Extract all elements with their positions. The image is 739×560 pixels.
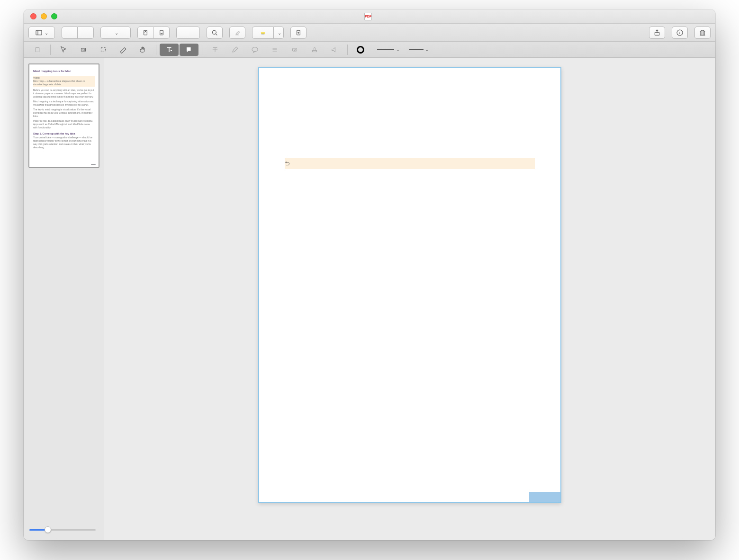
link-tool[interactable] [285,44,304,56]
vocab-highlight: ⮌ [285,158,535,169]
page-up-button[interactable] [137,27,153,39]
text-select-tool[interactable] [28,44,47,56]
search-button[interactable] [207,27,223,39]
speech-bubble-tool[interactable] [245,44,264,56]
titlebar: PDF [24,9,715,24]
svg-rect-33 [313,50,317,52]
svg-rect-0 [36,30,42,35]
selection-highlight [529,492,560,502]
color-picker[interactable] [351,44,370,56]
main-area: Mind mapping tools for Mac Vocab:Mind ma… [24,58,715,540]
lines-tool[interactable] [265,44,284,56]
highlight-dropdown[interactable]: ⌄ [274,27,284,39]
svg-point-32 [294,49,296,50]
page-viewer[interactable]: ⮌ [104,58,715,540]
stamp-tool[interactable] [305,44,324,56]
highlight-button[interactable] [252,27,274,39]
text-tool[interactable] [160,44,179,56]
redact-tool[interactable] [114,44,133,56]
pdf-icon: PDF [364,13,372,20]
svg-rect-22 [101,47,106,52]
library-button[interactable] [694,27,711,39]
line-width-dropdown[interactable]: ⌄ [377,47,400,52]
highlighter-tool[interactable] [225,44,244,56]
area-select-tool[interactable]: AB [74,44,93,56]
markup-toolbar: AB ⌄ ⌄ [24,42,715,58]
zoom-out-button[interactable] [62,27,78,39]
callout-tool[interactable] [180,44,198,56]
svg-line-5 [216,34,217,35]
correct-text-button[interactable] [229,27,245,39]
thumbnail-page-number [91,164,96,165]
window-controls [30,13,57,19]
pan-tool[interactable] [134,44,153,56]
strikethrough-tool[interactable] [206,44,225,56]
svg-text:AB: AB [82,48,86,51]
inspector-button[interactable] [672,27,688,39]
main-toolbar: ⌄ ⌄ [24,24,715,42]
sidebar-toggle-button[interactable]: ⌄ [28,27,55,39]
thumbnail-zoom-slider[interactable] [29,526,96,533]
thumbnail-sidebar: Mind mapping tools for Mac Vocab:Mind ma… [24,58,104,540]
zoom-window[interactable] [51,13,57,19]
page-down-button[interactable] [153,27,170,39]
svg-rect-31 [293,48,297,51]
pdf-page: ⮌ [258,67,561,503]
page-thumbnail[interactable]: Mind mapping tools for Mac Vocab:Mind ma… [28,63,99,168]
svg-rect-26 [187,47,191,50]
app-window: PDF ⌄ ⌄ [24,9,715,540]
scale-field[interactable]: ⌄ [100,27,131,39]
svg-point-4 [212,30,216,34]
crop-tool[interactable] [94,44,113,56]
insert-button[interactable] [290,27,306,39]
minimize-window[interactable] [41,13,47,19]
page-field[interactable] [176,27,200,39]
move-tool[interactable] [54,44,73,56]
paragraph [285,182,535,191]
svg-point-27 [252,47,258,51]
zoom-in-button[interactable] [78,27,94,39]
color-swatch-icon [357,46,364,54]
window-title: PDF [24,13,715,20]
close-window[interactable] [30,13,36,19]
svg-rect-7 [261,32,265,34]
share-button[interactable] [649,27,665,39]
line-style-dropdown[interactable]: ⌄ [409,47,429,52]
sound-tool[interactable] [325,44,344,56]
